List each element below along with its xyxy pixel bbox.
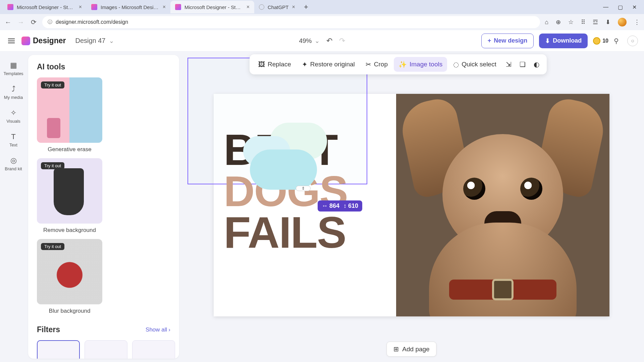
opacity-icon: ◐ (534, 60, 539, 68)
width-icon: ↔ (322, 202, 328, 209)
download-button[interactable]: ⬇ Download (539, 34, 588, 48)
browser-chrome: Microsoft Designer - Stunning × Images -… (0, 0, 644, 30)
ctx-flip-button[interactable]: ⇲ (502, 57, 515, 72)
undo-button[interactable]: ↶ (326, 37, 332, 45)
ctx-restore-button[interactable]: ✦ Restore original (297, 57, 360, 72)
ctx-label: Quick select (462, 61, 496, 68)
browser-tab[interactable]: ChatGPT × (254, 1, 300, 13)
close-window-icon[interactable]: ✕ (632, 4, 637, 10)
extensions-icon[interactable]: ⠿ (581, 18, 585, 26)
url-text: designer.microsoft.com/design (56, 19, 128, 25)
tool-label: Remove background (43, 227, 96, 234)
cloud-graphic[interactable] (240, 113, 340, 180)
design-name-dropdown[interactable]: Design 47 (75, 37, 114, 45)
try-badge: Try it out (41, 162, 64, 169)
maximize-icon[interactable]: ▢ (618, 4, 623, 10)
image-icon: 🖼 (258, 61, 265, 68)
credits-value: 10 (602, 38, 608, 44)
ctx-image-tools-button[interactable]: ✨ Image tools (394, 57, 447, 72)
ctx-layer-button[interactable]: ❏ (516, 57, 529, 72)
show-all-filters-link[interactable]: Show all › (146, 326, 170, 333)
minimize-icon[interactable]: — (603, 4, 608, 10)
artboard-right-dog-image[interactable] (396, 94, 609, 316)
tool-generative-erase[interactable]: Try it out Generative erase (37, 77, 102, 153)
zoom-dropdown[interactable]: 49% (299, 37, 319, 45)
rail-text[interactable]: T Text (0, 129, 27, 151)
tool-thumbnail: Try it out (37, 158, 102, 224)
close-tab-icon[interactable]: × (163, 4, 166, 10)
artboard-left[interactable]: BEST DOGS FAILS ⇕ ↔864 ↕610 (214, 94, 396, 316)
tool-thumbnail: Try it out (37, 239, 102, 304)
plus-square-icon: ⊞ (393, 345, 399, 353)
artboard[interactable]: BEST DOGS FAILS ⇕ ↔864 ↕610 (214, 94, 609, 316)
coin-icon (593, 37, 600, 45)
browser-tab-active[interactable]: Microsoft Designer - Stunning × (170, 1, 254, 13)
browser-menu-icon[interactable]: ⋮ (634, 18, 640, 26)
ctx-opacity-button[interactable]: ◐ (530, 57, 543, 72)
close-tab-icon[interactable]: × (292, 4, 295, 10)
rail-brand-kit[interactable]: ◎ Brand kit (0, 153, 27, 175)
url-input[interactable]: ⓘ designer.microsoft.com/design (42, 16, 540, 28)
browser-tab[interactable]: Microsoft Designer - Stunning × (3, 1, 87, 13)
chevron-right-icon: › (168, 326, 170, 333)
account-avatar[interactable]: ○ (627, 36, 638, 46)
downloads-icon[interactable]: ⬇ (605, 18, 610, 26)
zoom-controls: 49% ↶ ↷ (299, 37, 345, 45)
ctx-label: Replace (268, 61, 291, 68)
layer-icon: ❏ (520, 60, 526, 68)
back-icon[interactable]: ← (4, 18, 12, 26)
credits-counter[interactable]: 10 (593, 37, 608, 45)
rail-templates[interactable]: ▦ Templates (0, 58, 27, 79)
text-line-3[interactable]: FAILS (224, 212, 347, 253)
canvas-area[interactable]: 🖼 Replace ✦ Restore original ✂ Crop ✨ Im… (179, 52, 644, 362)
ctx-replace-button[interactable]: 🖼 Replace (254, 57, 296, 72)
filter-normal[interactable]: Normal (37, 340, 80, 359)
chatgpt-favicon-icon (259, 4, 264, 10)
tool-blur-background[interactable]: Try it out Blur background (37, 239, 102, 314)
designer-favicon-icon (91, 4, 97, 10)
header-actions: + New design ⬇ Download 10 ⚲ ○ (481, 34, 638, 48)
new-design-label: New design (494, 37, 527, 44)
new-tab-button[interactable]: + (300, 3, 312, 11)
new-design-button[interactable]: + New design (481, 34, 534, 48)
reading-list-icon[interactable]: ☲ (593, 18, 598, 26)
zoom-value: 49% (299, 37, 312, 45)
site-info-icon[interactable]: ⓘ (48, 19, 52, 25)
share-icon[interactable]: ⚲ (614, 37, 622, 45)
select-icon: ◌ (453, 60, 459, 68)
browser-tab[interactable]: Images - Microsoft Designer × (87, 1, 170, 13)
chevron-down-icon (109, 37, 114, 45)
menu-button[interactable] (6, 37, 17, 45)
forward-icon: → (17, 18, 25, 26)
profile-avatar[interactable] (618, 18, 627, 26)
height-icon: ↕ (343, 202, 346, 209)
filter-light[interactable]: Light (85, 340, 127, 359)
close-tab-icon[interactable]: × (79, 4, 82, 10)
resize-handle-vertical[interactable]: ⇕ (296, 186, 311, 191)
templates-icon: ▦ (10, 61, 17, 70)
redo-button: ↷ (339, 37, 345, 45)
context-toolbar: 🖼 Replace ✦ Restore original ✂ Crop ✨ Im… (250, 54, 547, 74)
browser-actions: ⌂ ⊕ ☆ ⠿ ☲ ⬇ ⋮ (545, 18, 640, 26)
ctx-quick-select-button[interactable]: ◌ Quick select (448, 57, 501, 72)
filter-lofi[interactable]: Lofi (132, 340, 175, 359)
ctx-crop-button[interactable]: ✂ Crop (361, 57, 392, 72)
try-badge: Try it out (41, 81, 64, 88)
tool-remove-background[interactable]: Try it out Remove background (37, 158, 102, 234)
rail-label: Templates (3, 71, 23, 76)
filters-heading: Filters (37, 325, 60, 334)
reload-icon[interactable]: ⟳ (30, 18, 38, 26)
dimensions-badge: ↔864 ↕610 (318, 200, 362, 212)
address-bar: ← → ⟳ ⓘ designer.microsoft.com/design ⌂ … (0, 14, 644, 30)
rail-visuals[interactable]: ✧ Visuals (0, 105, 27, 127)
tool-label: Blur background (49, 308, 91, 314)
install-app-icon[interactable]: ⌂ (545, 19, 548, 26)
bookmark-icon[interactable]: ☆ (568, 18, 574, 26)
zoom-icon[interactable]: ⊕ (556, 18, 561, 26)
ctx-label: Image tools (410, 61, 442, 68)
close-tab-icon[interactable]: × (247, 4, 250, 10)
tab-strip: Microsoft Designer - Stunning × Images -… (0, 0, 644, 14)
rail-my-media[interactable]: ⤴ My media (0, 81, 27, 103)
app-logo[interactable]: Designer (21, 36, 66, 45)
add-page-button[interactable]: ⊞ Add page (386, 342, 436, 357)
